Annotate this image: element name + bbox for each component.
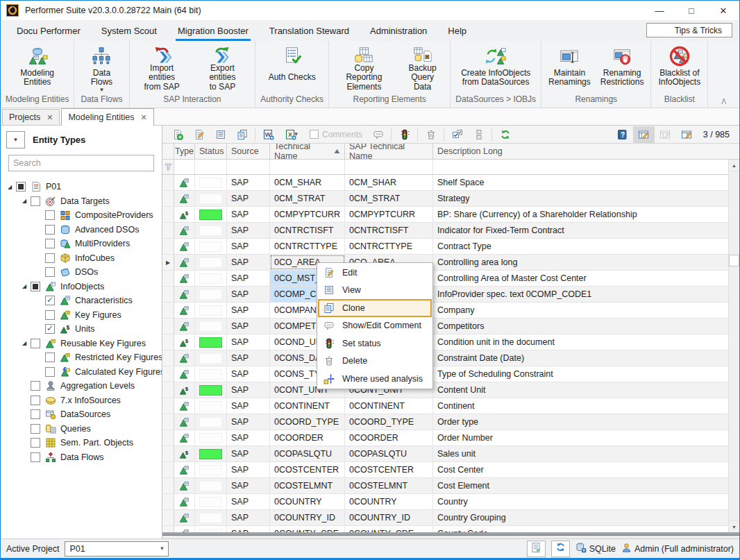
scroll-up-button[interactable]: ▲ xyxy=(729,160,739,171)
technical-name-cell[interactable]: 0CM_SHAR xyxy=(270,175,345,190)
ribbon-button-rb-export-sap[interactable]: Export entitiesto SAP xyxy=(192,42,253,94)
close-button[interactable]: ✕ xyxy=(707,1,739,20)
filter-cell[interactable] xyxy=(345,160,433,174)
grid-row-0county_cde[interactable]: SAP0COUNTY_CDE0COUNTY_CDECounty Code xyxy=(162,526,739,532)
grid-row-0cmpyptcurr[interactable]: $SAP0CMPYPTCURR0CMPYPTCURRBP: Share (Cur… xyxy=(162,207,739,223)
tree-item-units[interactable]: ✓$Units xyxy=(1,322,162,337)
tree-item-p01[interactable]: ◢P01 xyxy=(1,180,162,194)
help-button[interactable]: ? xyxy=(612,126,633,143)
tree-item-key-figures[interactable]: Key Figures xyxy=(1,308,162,323)
minimize-button[interactable]: — xyxy=(644,1,675,20)
column-header-type[interactable]: Type xyxy=(174,144,195,159)
scroll-down-button[interactable]: ▼ xyxy=(729,520,739,532)
technical-name-cell[interactable]: 0CMPYPTCURR xyxy=(270,207,345,222)
technical-name-cell[interactable]: 0CNTRCTTYPE xyxy=(270,239,345,254)
tree-item-infocubes[interactable]: InfoCubes xyxy=(1,251,162,266)
technical-name-cell[interactable]: 0COUNTRY_ID xyxy=(270,510,345,525)
tree-checkbox[interactable] xyxy=(31,424,40,434)
comments-checkbox[interactable] xyxy=(310,130,319,139)
technical-name-cell[interactable]: 0CONTINENT xyxy=(270,398,345,414)
tree-item-restricted-key-figures[interactable]: Restricted Key Figures xyxy=(1,350,162,365)
grid-row-0comp_code[interactable]: SAP0COMP_CODE0COMP_CODEInfoProvider spec… xyxy=(162,287,739,303)
tree-checkbox[interactable] xyxy=(31,396,40,405)
splitter-handle[interactable] xyxy=(162,533,739,536)
word-export-button[interactable]: W xyxy=(258,126,279,143)
tree-checkbox[interactable] xyxy=(45,253,55,263)
grid-row-0co_mst_[interactable]: SAP0CO_MST_0CO_MST_Controlling Area of M… xyxy=(162,271,739,287)
technical-name-cell[interactable]: 0COPASLQTU xyxy=(270,446,345,461)
tree-checkbox[interactable] xyxy=(31,438,40,448)
grid-row-0continent[interactable]: SAP0CONTINENT0CONTINENTContinent xyxy=(162,398,739,414)
tree-expander-icon[interactable]: ◢ xyxy=(3,184,16,190)
tree-expander-icon[interactable]: ◢ xyxy=(18,340,31,346)
tab-close-icon[interactable]: ✕ xyxy=(47,113,53,122)
grid-row-0cm_strat[interactable]: SAP0CM_STRAT0CM_STRATStrategy xyxy=(162,191,739,207)
comments-toggle[interactable]: Comments xyxy=(310,130,362,139)
technical-name-cell[interactable]: 0COORDER xyxy=(270,430,345,446)
grid-row-0cons_date[interactable]: SAP0CONS_DATE0CONS_DATEConstraint Date (… xyxy=(162,350,739,366)
panel-dropdown-button[interactable]: ▼ xyxy=(6,131,25,149)
tree-item-calculated-key-figures[interactable]: Calculated Key Figures xyxy=(1,365,162,380)
column-header-sap-technical-name[interactable]: SAP Technical Name xyxy=(345,144,433,159)
tree-checkbox[interactable] xyxy=(31,381,40,391)
row-pair-button[interactable] xyxy=(468,126,489,143)
tree-item-compositeproviders[interactable]: CompositeProviders xyxy=(1,208,162,223)
tree-item-characteristics[interactable]: ✓Characteristics xyxy=(1,294,162,308)
set-status-button[interactable] xyxy=(394,126,415,143)
tree-checkbox[interactable] xyxy=(45,210,55,220)
tree-checkbox[interactable] xyxy=(45,225,55,235)
tree-checkbox[interactable] xyxy=(31,409,40,419)
log-document-button[interactable] xyxy=(527,541,546,557)
grid-row-0cntrctisft[interactable]: SAP0CNTRCTISFT0CNTRCTISFTIndicator for F… xyxy=(162,223,739,239)
ribbon-button-rb-import-sap[interactable]: Import entitiesfrom SAP xyxy=(132,42,192,94)
tree-item-queries[interactable]: Queries xyxy=(1,422,162,436)
filter-cell[interactable] xyxy=(433,160,739,174)
tree-checkbox[interactable] xyxy=(31,452,40,462)
menu-item-docu-performer[interactable]: Docu Performer xyxy=(6,20,91,41)
technical-name-cell[interactable]: 0COUNTRY xyxy=(270,494,345,509)
grid-row-0country[interactable]: SAP0COUNTRY0COUNTRYCountry xyxy=(162,494,739,510)
grid-row-0coorder[interactable]: SAP0COORDER0COORDEROrder Number xyxy=(162,430,739,446)
tree-checkbox[interactable] xyxy=(31,282,40,291)
tree-item-reusable-key-figures[interactable]: ◢Reusable Key Figures xyxy=(1,337,162,351)
tree-checkbox[interactable] xyxy=(45,353,55,362)
delete-button[interactable] xyxy=(420,126,442,143)
column-header-description-long[interactable]: Description Long xyxy=(433,144,728,159)
tree-checkbox[interactable] xyxy=(45,367,55,377)
filter-funnel-cell[interactable] xyxy=(162,160,174,174)
vertical-scrollbar[interactable]: ▲ ▼ xyxy=(728,160,739,532)
dropdown-arrow-icon[interactable]: ▼ xyxy=(294,131,299,137)
grid-row-0cons_type[interactable]: SAP0CONS_TYPE0CONS_TYPEType of Schedulin… xyxy=(162,366,739,382)
tree-item-data-targets[interactable]: ◢Data Targets xyxy=(1,194,162,209)
grid-row-0copaslqtu[interactable]: $SAP0COPASLQTU0COPASLQTUSales unit xyxy=(162,446,739,462)
view-entity-button[interactable] xyxy=(210,126,231,143)
filter-cell[interactable] xyxy=(174,160,195,174)
tree-item-datasources[interactable]: DataSources xyxy=(1,407,162,422)
scrollbar-thumb[interactable] xyxy=(729,255,739,266)
tree-expander-icon[interactable]: ◢ xyxy=(18,198,31,204)
tab-modeling-entities[interactable]: Modeling Entities✕ xyxy=(61,108,153,126)
ribbon-button-rb-maintain-renamings[interactable]: MaintainRenamings xyxy=(544,42,596,94)
tree-item-infoobjects[interactable]: ◢InfoObjects xyxy=(1,280,162,294)
horizontal-splitter[interactable] xyxy=(162,532,739,538)
grid-row-0co_area[interactable]: ▶SAP0CO_AREA0CO_AREAControlling area lon… xyxy=(162,255,739,271)
grid-row-0cond_unit[interactable]: $SAP0COND_UNIT0COND_UNITCondition unit i… xyxy=(162,334,739,350)
tree-checkbox[interactable]: ✓ xyxy=(45,324,55,334)
menu-item-migration-booster[interactable]: Migration Booster xyxy=(167,20,259,41)
search-input[interactable] xyxy=(8,155,154,171)
grid-row-0cntrcttype[interactable]: SAP0CNTRCTTYPE0CNTRCTTYPEContract Type xyxy=(162,239,739,255)
grid-row-0coord_type[interactable]: SAP0COORD_TYPE0COORD_TYPEOrder type xyxy=(162,414,739,430)
context-menu-item-show-edit-comment[interactable]: Show/Edit Comment xyxy=(318,317,432,335)
tree-checkbox[interactable] xyxy=(16,182,26,192)
menu-item-system-scout[interactable]: System Scout xyxy=(91,20,167,41)
column-header-status[interactable]: Status xyxy=(195,144,227,159)
context-menu-item-view[interactable]: View xyxy=(318,282,432,300)
ribbon-button-rb-create-infoobjects[interactable]: Create InfoObjectsfrom DataSources xyxy=(456,42,535,94)
tab-close-icon[interactable]: ✕ xyxy=(141,113,147,122)
comment-bubble-button[interactable] xyxy=(367,126,389,143)
edit-entity-button[interactable] xyxy=(188,126,210,143)
tree-checkbox[interactable] xyxy=(31,339,40,348)
tree-item-data-flows[interactable]: Data Flows xyxy=(1,450,162,465)
ribbon-collapse-icon[interactable]: ᐱ xyxy=(710,98,737,108)
grid-row-0competitor[interactable]: SAP0COMPETITOR0COMPETITORCompetitors xyxy=(162,319,739,334)
